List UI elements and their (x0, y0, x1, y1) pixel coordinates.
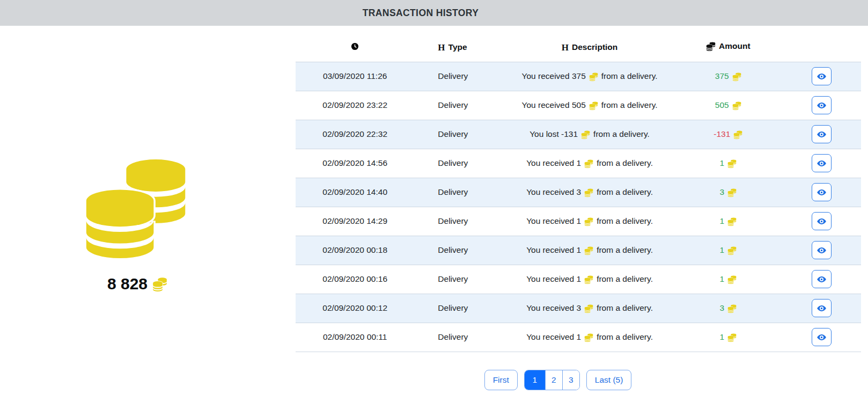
row-description: You lost -131 from a delivery. (529, 129, 650, 139)
desc-after: from a delivery. (597, 332, 653, 342)
desc-before: You received 3 (526, 187, 581, 197)
row-amount: 1 (719, 158, 737, 168)
amount-value: -131 (713, 129, 730, 139)
coins-icon (727, 159, 737, 168)
balance-amount: 8 828 (107, 275, 148, 293)
pagination-first-button[interactable]: First (484, 370, 518, 390)
page-button-3[interactable]: 3 (562, 370, 579, 390)
coins-icon (732, 72, 741, 81)
row-amount: 505 (715, 100, 741, 110)
balance-panel: 8 828 (0, 26, 275, 293)
page-title: TRANSACTION HISTORY (363, 8, 479, 19)
coins-icon (727, 188, 737, 197)
desc-before: You received 3 (526, 303, 581, 313)
desc-after: from a delivery. (597, 158, 653, 168)
main-content: 8 828 H Type (0, 26, 868, 390)
table-row: 02/09/2020 23:22 Delivery You received 5… (296, 91, 861, 120)
row-date: 02/09/2020 00:12 (296, 294, 414, 323)
desc-before: You received 1 (526, 245, 581, 255)
desc-after: from a delivery. (597, 216, 653, 226)
row-date: 02/09/2020 00:11 (296, 323, 414, 352)
column-header-actions (782, 33, 861, 62)
view-transaction-button[interactable] (812, 183, 832, 201)
eye-icon (816, 187, 827, 198)
coins-icon (727, 333, 737, 342)
desc-after: from a delivery. (593, 129, 650, 139)
coins-icon (584, 188, 593, 197)
table-row: 02/09/2020 22:32 Delivery You lost -131 … (296, 120, 861, 149)
eye-icon (816, 158, 827, 169)
view-transaction-button[interactable] (812, 270, 832, 288)
desc-after: from a delivery. (601, 100, 658, 110)
row-date: 03/09/2020 11:26 (296, 62, 414, 91)
table-row: 02/09/2020 00:18 Delivery You received 1… (296, 236, 861, 265)
pagination-pages: 123 (524, 370, 580, 390)
row-description: You received 1 from a delivery. (526, 245, 653, 255)
eye-icon (816, 303, 827, 313)
row-amount: 3 (719, 187, 737, 197)
transaction-rows: 03/09/2020 11:26 Delivery You received 3… (296, 62, 861, 352)
amount-value: 3 (719, 303, 724, 313)
row-type: Delivery (414, 323, 505, 352)
row-description: You received 1 from a delivery. (526, 158, 653, 168)
coins-icon (706, 41, 716, 51)
desc-before: You received 1 (526, 158, 581, 168)
eye-icon (816, 129, 827, 140)
column-header-amount: Amount (674, 33, 782, 62)
row-amount: -131 (713, 129, 742, 139)
table-header: H Type H Description Amount (296, 33, 861, 62)
row-type: Delivery (414, 265, 505, 294)
column-header-date (296, 33, 414, 62)
row-type: Delivery (414, 178, 505, 207)
table-row: 02/09/2020 14:40 Delivery You received 3… (296, 178, 861, 207)
page-button-2[interactable]: 2 (545, 370, 562, 390)
row-amount: 1 (719, 332, 737, 342)
heading-icon: H (438, 43, 445, 52)
row-type: Delivery (414, 120, 505, 149)
desc-after: from a delivery. (597, 274, 653, 284)
coins-icon (732, 101, 741, 110)
table-row: 02/09/2020 14:56 Delivery You received 1… (296, 149, 861, 178)
view-transaction-button[interactable] (812, 328, 832, 346)
row-date: 02/09/2020 14:56 (296, 149, 414, 178)
desc-after: from a delivery. (597, 245, 653, 255)
view-transaction-button[interactable] (812, 67, 832, 85)
row-amount: 1 (719, 216, 737, 226)
amount-value: 1 (719, 332, 724, 342)
row-amount: 1 (719, 274, 737, 284)
row-type: Delivery (414, 149, 505, 178)
row-description: You received 505 from a delivery. (522, 100, 658, 110)
desc-before: You received 1 (526, 332, 581, 342)
row-date: 02/09/2020 14:29 (296, 207, 414, 236)
amount-value: 505 (715, 100, 729, 110)
table-row: 02/09/2020 00:16 Delivery You received 1… (296, 265, 861, 294)
view-transaction-button[interactable] (812, 154, 832, 172)
eye-icon (816, 71, 827, 82)
view-transaction-button[interactable] (812, 241, 832, 259)
view-transaction-button[interactable] (812, 125, 832, 143)
desc-after: from a delivery. (597, 303, 653, 313)
row-description: You received 375 from a delivery. (522, 71, 658, 81)
row-description: You received 1 from a delivery. (526, 274, 653, 284)
heading-icon: H (562, 43, 569, 52)
amount-value: 375 (715, 71, 729, 81)
description-header-label: Description (572, 42, 617, 52)
pagination-last-button[interactable]: Last (5) (586, 370, 632, 390)
transaction-table: H Type H Description Amount (296, 33, 861, 352)
view-transaction-button[interactable] (812, 96, 832, 114)
row-description: You received 1 from a delivery. (526, 216, 653, 226)
column-header-description: H Description (505, 33, 674, 62)
amount-value: 3 (719, 187, 724, 197)
eye-icon (816, 216, 827, 227)
row-description: You received 3 from a delivery. (526, 303, 653, 313)
desc-after: from a delivery. (597, 187, 653, 197)
row-date: 02/09/2020 22:32 (296, 120, 414, 149)
page-header: TRANSACTION HISTORY (0, 0, 868, 26)
page-button-1[interactable]: 1 (525, 370, 545, 390)
amount-value: 1 (719, 274, 724, 284)
view-transaction-button[interactable] (812, 212, 832, 230)
coins-icon (589, 101, 598, 110)
row-description: You received 1 from a delivery. (526, 332, 653, 342)
view-transaction-button[interactable] (812, 299, 832, 317)
table-row: 02/09/2020 00:12 Delivery You received 3… (296, 294, 861, 323)
